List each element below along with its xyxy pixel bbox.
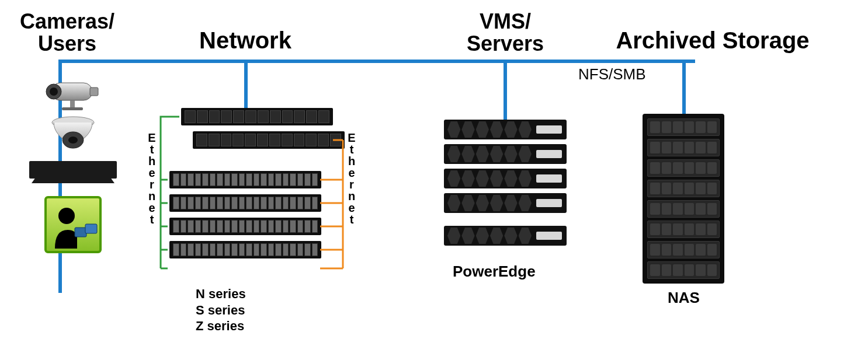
leaf-switch-icon xyxy=(169,194,321,212)
bus-line xyxy=(58,60,695,63)
rack-server-icon xyxy=(444,144,567,164)
svg-rect-3 xyxy=(90,88,98,96)
diagram-stage: { "columns": { "cameras": { "title": "Ca… xyxy=(0,0,868,353)
storage-product-label: NAS xyxy=(668,289,700,307)
rack-server-icon xyxy=(444,193,567,213)
nas-rack-icon xyxy=(643,114,724,284)
leaf-switch-icon xyxy=(169,171,321,188)
series-item: N series xyxy=(196,286,246,302)
svg-rect-5 xyxy=(62,107,83,110)
dome-camera-icon xyxy=(23,116,123,156)
svg-point-2 xyxy=(50,88,58,96)
protocol-label: NFS/SMB xyxy=(578,65,646,83)
rack-server-icon xyxy=(444,226,567,246)
column-network xyxy=(164,108,362,264)
column-cameras-users xyxy=(23,76,123,258)
heading-archived-storage: Archived Storage xyxy=(561,28,864,53)
svg-rect-10 xyxy=(75,228,86,237)
svg-point-8 xyxy=(68,137,78,144)
heading-network: Network xyxy=(175,28,315,53)
drop-network xyxy=(244,60,248,109)
drop-vms xyxy=(504,60,507,121)
box-camera-icon xyxy=(23,76,123,111)
rack-server-icon xyxy=(444,169,567,188)
series-item: Z series xyxy=(196,318,246,334)
column-vms-servers xyxy=(444,120,567,250)
rack-server-icon xyxy=(444,120,567,139)
heading-vms-servers: VMS/ Servers xyxy=(432,11,578,55)
operator-user-icon xyxy=(23,196,123,253)
core-switch-icon xyxy=(193,131,345,149)
drop-storage xyxy=(682,60,686,115)
leaf-switch-icon xyxy=(169,218,321,235)
switch-series-list: N series S series Z series xyxy=(196,286,246,334)
svg-point-9 xyxy=(58,208,75,224)
svg-rect-4 xyxy=(70,100,75,109)
nvr-box-icon xyxy=(23,161,123,179)
leaf-switch-icon xyxy=(169,241,321,258)
core-switch-icon xyxy=(181,108,333,125)
ethernet-label-left: Ethernet xyxy=(145,131,158,277)
heading-cameras-users: Cameras/ Users xyxy=(0,11,134,55)
series-item: S series xyxy=(196,302,246,319)
svg-rect-11 xyxy=(85,224,97,233)
server-product-label: PowerEdge xyxy=(453,263,536,281)
column-storage xyxy=(643,114,724,284)
